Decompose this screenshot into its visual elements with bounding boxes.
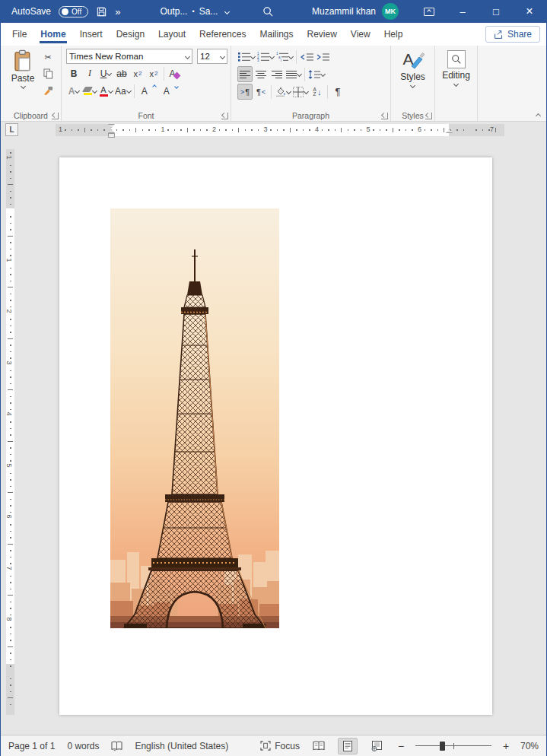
bullets-button[interactable] <box>237 49 256 65</box>
proofing-status-button[interactable] <box>111 741 122 751</box>
change-case-button[interactable]: Aa <box>114 83 132 99</box>
strikethrough-button[interactable]: ab <box>114 65 129 81</box>
show-hide-marks-button[interactable]: ¶ <box>330 84 345 100</box>
align-right-button[interactable] <box>269 66 285 82</box>
tab-stop-selector[interactable]: L <box>5 123 18 136</box>
font-size-value: 12 <box>200 52 210 61</box>
shading-chevron-icon <box>286 89 291 94</box>
format-painter-button[interactable] <box>40 84 56 97</box>
italic-button[interactable]: I <box>82 65 97 81</box>
justify-chevron-icon <box>297 71 302 77</box>
language-indicator[interactable]: English (United States) <box>135 741 228 751</box>
zoom-slider[interactable] <box>415 741 491 751</box>
tab-references[interactable]: References <box>192 23 253 46</box>
save-button[interactable] <box>96 6 107 17</box>
vertical-ruler-number: 1 <box>5 155 13 159</box>
grow-font-button[interactable]: A <box>137 83 152 99</box>
horizontal-ruler-number: 5 <box>367 125 370 133</box>
ribbon-display-options-button[interactable] <box>412 0 446 23</box>
close-button[interactable]: × <box>513 0 546 23</box>
borders-button[interactable] <box>292 84 309 100</box>
search-button[interactable] <box>262 6 274 17</box>
share-button[interactable]: Share <box>485 26 540 43</box>
bullets-icon <box>238 52 250 62</box>
clear-formatting-button[interactable]: A <box>167 65 182 81</box>
vertical-ruler-number: 6 <box>5 514 13 518</box>
numbering-button[interactable]: 1 2 3 <box>256 49 275 65</box>
autosave-state: Off <box>72 8 81 16</box>
font-color-button[interactable]: A <box>98 83 113 99</box>
tab-insert[interactable]: Insert <box>73 23 110 46</box>
left-indent-marker[interactable] <box>108 133 115 138</box>
justify-button[interactable] <box>285 66 302 82</box>
maximize-button[interactable]: □ <box>479 0 513 23</box>
line-spacing-button[interactable] <box>307 66 326 82</box>
document-area[interactable]: 112345678 <box>1 138 546 735</box>
clipboard-dialog-launcher[interactable] <box>52 113 59 119</box>
subscript-button[interactable]: x2 <box>130 65 145 81</box>
font-dialog-launcher[interactable] <box>221 113 228 119</box>
cut-button[interactable]: ✂ <box>40 50 56 64</box>
change-case-chevron-icon <box>126 88 132 94</box>
read-mode-button[interactable] <box>309 738 329 754</box>
decrease-indent-button[interactable] <box>299 49 314 65</box>
tab-layout[interactable]: Layout <box>151 23 192 46</box>
underline-button[interactable]: U <box>98 65 113 81</box>
document-title-separator: • <box>192 8 194 15</box>
zoom-in-button[interactable]: + <box>501 740 511 752</box>
qat-overflow-button[interactable]: » <box>115 6 120 17</box>
styles-dialog-launcher[interactable] <box>425 113 432 119</box>
paragraph-dialog-launcher[interactable] <box>381 113 388 119</box>
increase-indent-button[interactable] <box>315 49 330 65</box>
sort-button[interactable]: A Z ↓ <box>310 84 325 100</box>
font-name-select[interactable]: Times New Roman <box>66 49 192 64</box>
styles-icon: A <box>402 50 425 70</box>
zoom-out-button[interactable]: − <box>396 740 406 752</box>
left-to-right-button[interactable]: > ¶ <box>237 84 253 100</box>
text-effects-button[interactable]: A <box>66 83 81 99</box>
styles-button[interactable]: A Styles <box>391 50 434 87</box>
font-color-chevron-icon <box>107 88 113 94</box>
multilevel-list-button[interactable]: 1 a i <box>275 49 294 65</box>
sort-arrow-icon: ↓ <box>317 87 322 97</box>
web-layout-button[interactable] <box>367 738 386 754</box>
tab-home[interactable]: Home <box>33 23 72 46</box>
shrink-font-button[interactable]: A <box>159 83 174 99</box>
autosave-toggle[interactable]: Off <box>59 6 88 17</box>
bold-button[interactable]: B <box>66 65 81 81</box>
zoom-slider-handle[interactable] <box>440 742 445 751</box>
right-to-left-button[interactable]: ¶ < <box>253 84 269 100</box>
tab-review[interactable]: Review <box>300 23 343 46</box>
focus-button[interactable]: Focus <box>260 741 300 751</box>
document-title[interactable]: Outp... • Sa... <box>160 6 229 17</box>
tab-design[interactable]: Design <box>110 23 151 46</box>
align-center-button[interactable] <box>253 66 269 82</box>
minimize-button[interactable]: – <box>446 0 479 23</box>
document-page[interactable] <box>59 157 492 715</box>
tab-mailings[interactable]: Mailings <box>253 23 300 46</box>
print-layout-button[interactable] <box>338 738 358 754</box>
align-left-button[interactable] <box>237 66 253 82</box>
word-count[interactable]: 0 words <box>67 741 99 751</box>
tab-help[interactable]: Help <box>377 23 410 46</box>
ribbon-tab-row: File Home Insert Design Layout Reference… <box>1 23 546 46</box>
vertical-ruler-number: 1 <box>5 258 13 262</box>
account-menu[interactable]: Muzammil khan MK <box>312 3 399 20</box>
highlight-color-button[interactable] <box>82 83 97 99</box>
tab-file[interactable]: File <box>5 23 33 46</box>
highlighter-icon <box>84 87 92 95</box>
collapse-ribbon-button[interactable] <box>536 113 541 119</box>
shading-button[interactable] <box>274 84 291 100</box>
document-image-eiffel-tower[interactable] <box>110 208 279 628</box>
copy-button[interactable] <box>40 67 56 81</box>
font-size-select[interactable]: 12 <box>197 49 227 64</box>
vertical-ruler[interactable]: 112345678 <box>6 149 14 715</box>
editing-button[interactable]: Editing <box>435 50 477 86</box>
page-indicator[interactable]: Page 1 of 1 <box>8 741 55 751</box>
font-group: Times New Roman 12 B I U ab x2 x2 <box>62 46 231 121</box>
superscript-button[interactable]: x2 <box>146 65 161 81</box>
paste-button[interactable]: Paste <box>7 49 39 88</box>
zoom-level[interactable]: 70% <box>520 741 539 751</box>
tab-view[interactable]: View <box>344 23 377 46</box>
horizontal-ruler[interactable]: 11234567 <box>56 124 504 136</box>
